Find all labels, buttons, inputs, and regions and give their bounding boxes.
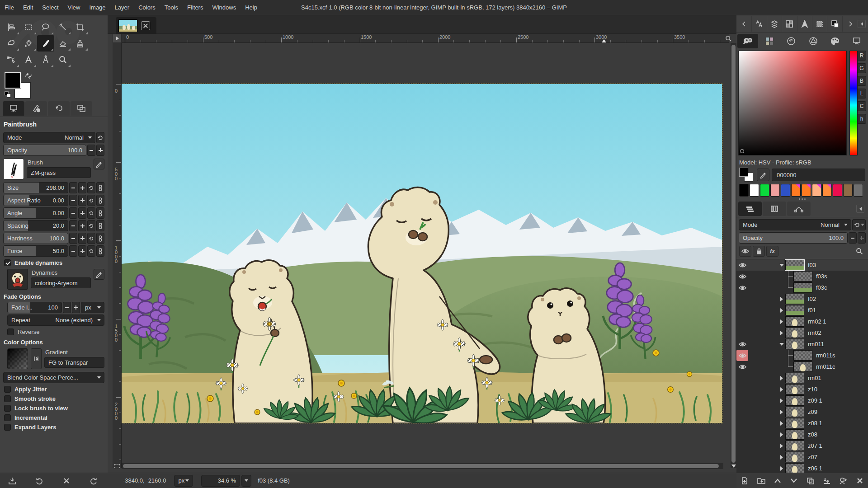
fonts-tab-icon[interactable] bbox=[752, 16, 767, 32]
reverse-row[interactable]: Reverse bbox=[7, 328, 104, 335]
layer-name[interactable]: rm02 1 bbox=[808, 318, 826, 325]
layers-stack-tab-icon[interactable] bbox=[767, 16, 782, 32]
tab-images[interactable] bbox=[71, 101, 92, 116]
expander-icon[interactable] bbox=[778, 297, 785, 301]
default-colors-icon[interactable] bbox=[5, 91, 11, 98]
gradient-reverse-icon[interactable] bbox=[31, 348, 42, 369]
layer-thumbnail[interactable] bbox=[785, 260, 804, 270]
layer-row[interactable]: f01 bbox=[736, 305, 868, 316]
repeat-dropdown[interactable]: Repeat None (extend) bbox=[7, 314, 104, 326]
layer-row[interactable]: f03c bbox=[736, 282, 868, 293]
hue-strip[interactable] bbox=[849, 51, 858, 155]
brush-chooser[interactable]: Brush ZM-grass bbox=[3, 159, 104, 179]
channel-button[interactable]: B bbox=[857, 76, 866, 86]
zoom-tool-icon[interactable] bbox=[54, 52, 71, 68]
lower-layer-button[interactable] bbox=[787, 474, 801, 487]
opacity-decrease-button[interactable] bbox=[87, 145, 95, 156]
color-history-swatch[interactable] bbox=[843, 184, 853, 197]
expander-icon[interactable] bbox=[778, 444, 785, 448]
menu-item[interactable]: Filters bbox=[183, 0, 208, 15]
alignment-tool-icon[interactable] bbox=[3, 19, 20, 35]
gradient-preview[interactable] bbox=[7, 348, 28, 369]
increase-button[interactable] bbox=[78, 220, 86, 231]
layer-row[interactable]: rm01 bbox=[736, 372, 868, 384]
color-history-swatch[interactable] bbox=[822, 184, 832, 197]
link-to-brush-icon[interactable] bbox=[96, 207, 104, 219]
menu-item[interactable]: Layer bbox=[110, 0, 134, 15]
pointer-tab-icon[interactable] bbox=[797, 16, 812, 32]
menu-item[interactable]: View bbox=[63, 0, 85, 15]
checkbox[interactable] bbox=[4, 424, 11, 431]
expander-icon[interactable] bbox=[778, 343, 785, 346]
visibility-toggle-icon[interactable] bbox=[736, 271, 748, 282]
fade-increase-button[interactable] bbox=[72, 302, 80, 313]
menu-item[interactable]: Help bbox=[241, 0, 262, 15]
layer-thumbnail[interactable] bbox=[785, 395, 804, 406]
dynamics-edit-icon[interactable] bbox=[94, 269, 104, 280]
gradient-name[interactable]: FG to Transpar bbox=[44, 357, 104, 368]
layer-name[interactable]: z07 1 bbox=[808, 442, 822, 449]
layer-name[interactable]: rm02 bbox=[808, 329, 821, 336]
color-history-swatch[interactable] bbox=[739, 184, 749, 197]
visibility-toggle-icon[interactable] bbox=[736, 316, 748, 327]
menu-item[interactable]: Select bbox=[38, 0, 63, 15]
expander-icon[interactable] bbox=[778, 387, 785, 392]
link-to-brush-icon[interactable] bbox=[96, 182, 104, 193]
effects-toggle[interactable]: fx bbox=[766, 246, 778, 257]
layer-name[interactable]: z08 bbox=[808, 431, 817, 438]
link-to-brush-icon[interactable] bbox=[96, 195, 104, 206]
layer-mode-dropdown[interactable]: Mode Normal bbox=[739, 219, 851, 230]
unit-dropdown[interactable]: px bbox=[174, 475, 193, 487]
menu-item[interactable]: Edit bbox=[19, 0, 38, 15]
fade-unit-dropdown[interactable]: px bbox=[81, 302, 104, 313]
expander-icon[interactable] bbox=[778, 308, 785, 313]
layer-row[interactable]: z08 bbox=[736, 429, 868, 440]
fuzzy-select-tool-icon[interactable] bbox=[54, 19, 71, 35]
watercolor-selector-tab-icon[interactable] bbox=[781, 34, 802, 48]
canvas-menu-button[interactable] bbox=[113, 34, 122, 43]
layer-name[interactable]: rm01 bbox=[808, 375, 821, 381]
reset-value-button[interactable] bbox=[87, 245, 95, 257]
layer-row[interactable]: z09 bbox=[736, 406, 868, 418]
layer-row[interactable]: f03 bbox=[736, 259, 868, 271]
decrease-button[interactable] bbox=[69, 182, 77, 193]
text-tool-icon[interactable] bbox=[20, 52, 37, 68]
layer-thumbnail[interactable] bbox=[793, 361, 812, 372]
layer-row[interactable]: f02 bbox=[736, 293, 868, 305]
checkbox[interactable] bbox=[4, 405, 11, 412]
option-slider[interactable]: Angle 0.00 bbox=[3, 207, 68, 219]
layer-thumbnail[interactable] bbox=[793, 271, 812, 282]
gimp-selector-tab-icon[interactable] bbox=[737, 34, 758, 48]
visibility-toggle-icon[interactable] bbox=[736, 350, 748, 361]
tab-tool-options[interactable] bbox=[3, 101, 24, 116]
layer-name[interactable]: f03c bbox=[816, 284, 827, 291]
decrease-button[interactable] bbox=[69, 233, 77, 244]
saturation-value-square[interactable] bbox=[738, 51, 847, 155]
layer-row[interactable]: z06 1 bbox=[736, 463, 868, 474]
expander-icon[interactable] bbox=[778, 319, 785, 324]
layer-thumbnail[interactable] bbox=[785, 384, 804, 394]
layer-row[interactable]: z07 bbox=[736, 451, 868, 463]
dynamics-chooser[interactable]: Dynamics coloring-Aryeom bbox=[7, 269, 104, 290]
eraser-tool-icon[interactable] bbox=[54, 35, 71, 52]
dock-collapse-icon[interactable] bbox=[858, 20, 866, 28]
dynamics-preview[interactable] bbox=[7, 269, 28, 290]
cmyk-selector-tab-icon[interactable] bbox=[759, 34, 780, 48]
mini-foreground-swatch[interactable] bbox=[739, 168, 748, 177]
tool-option-checkbox-row[interactable]: Expand Layers bbox=[4, 424, 104, 431]
mode-reset-button[interactable] bbox=[96, 132, 104, 143]
blend-color-space-dropdown[interactable]: Blend Color Space Perce... bbox=[3, 372, 104, 383]
checkbox[interactable] bbox=[4, 414, 11, 421]
vertical-ruler[interactable]: 0500100015002000 bbox=[113, 43, 122, 468]
expander-icon[interactable] bbox=[778, 399, 785, 403]
link-to-brush-icon[interactable] bbox=[96, 245, 104, 257]
palette-selector-tab-icon[interactable] bbox=[825, 34, 845, 48]
layer-name[interactable]: f03s bbox=[816, 273, 827, 280]
option-slider[interactable]: Size 298.00 bbox=[3, 182, 68, 193]
tab-undo-history[interactable] bbox=[48, 101, 70, 116]
visibility-toggle-icon[interactable] bbox=[736, 418, 748, 429]
foreground-color-swatch[interactable] bbox=[5, 72, 21, 89]
tool-option-checkbox-row[interactable]: Smooth stroke bbox=[4, 395, 104, 402]
increase-button[interactable] bbox=[78, 233, 86, 244]
opacity-slider[interactable]: Opacity 100.0 bbox=[3, 145, 86, 156]
